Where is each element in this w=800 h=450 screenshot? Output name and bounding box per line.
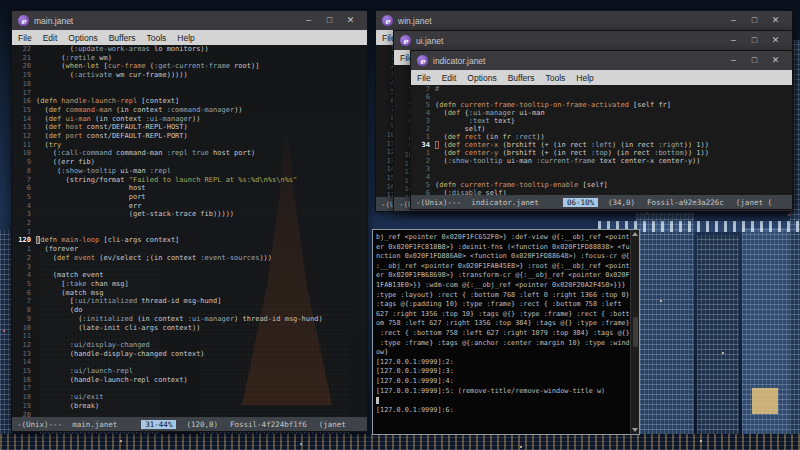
menu-help[interactable]: Help <box>177 33 194 43</box>
code-text: (do <box>36 306 82 315</box>
line-number: 14 <box>12 115 36 124</box>
titlebar[interactable]: e ui.janet – □ ✕ <box>394 31 792 50</box>
console-line: 627 :right 1356 :top 10} :tags @{} :type… <box>376 310 630 320</box>
code-line: 18 :ui/exit <box>12 393 367 402</box>
code-text: (match event <box>36 271 103 280</box>
line-number: 34 <box>411 141 435 149</box>
line-number: 6 <box>411 93 435 101</box>
scrollbar[interactable] <box>630 230 639 434</box>
console-line: :tags @{:padding 10} :type :frame} :rect… <box>376 300 630 310</box>
code-text: (:call-command command-man :repl true ho… <box>36 149 255 158</box>
line-number: 20 <box>12 62 36 71</box>
scrollbar-thumb[interactable] <box>633 317 638 347</box>
line-number: 12 <box>12 132 36 141</box>
code-text: [:ui/initialized thread-id msg-hund] <box>36 297 221 306</box>
menu-edit[interactable]: Edit <box>43 33 58 43</box>
code-text: (defn main-loop [cli-args context] <box>36 236 179 245</box>
line-number: 11 <box>12 141 36 150</box>
code-text: :ui/display-changed <box>36 341 150 350</box>
titlebar[interactable]: e win.janet – □ ✕ <box>376 11 792 30</box>
city-lit-building <box>752 388 778 414</box>
code-text: (late-init cli-args context)) <box>36 324 200 333</box>
modeline-major-mode: (janet <box>319 420 346 429</box>
console-output[interactable]: bj_ref <pointer 0x020F1FC652F0>} :def-vi… <box>373 230 630 434</box>
modeline-filename: indicator.janet <box>471 198 539 207</box>
code-text: (:update-work-areas lo monitors)) <box>36 45 209 54</box>
line-number: 8 <box>12 306 36 315</box>
menu-buffers[interactable]: Buffers <box>508 73 535 83</box>
code-line: 16(defn handle-launch-repl [context] <box>12 97 367 106</box>
code-line: 3 (get-stack-trace fib))))) <box>12 210 367 219</box>
menu-options[interactable]: Options <box>467 73 496 83</box>
scroll-up-arrow-icon[interactable] <box>632 232 638 236</box>
line-number: 17 <box>12 89 36 98</box>
emacs-icon: e <box>417 55 428 66</box>
menu-edit[interactable]: Edit <box>442 73 457 83</box>
code-line: 20 (when-let [cur-frame (:get-current-fr… <box>12 62 367 71</box>
code-line: 5 port <box>12 193 367 202</box>
code-line: 5 [:take chan msg] <box>12 280 367 289</box>
scroll-down-arrow-icon[interactable] <box>632 428 638 432</box>
code-line: 22 (:update-work-areas lo monitors)) <box>12 45 367 54</box>
console-line: 1FAB13E0>}} :wdm-com @{:__obj_ref <point… <box>376 281 630 291</box>
line-number: 19 <box>12 402 36 411</box>
minimize-button[interactable]: – <box>723 51 744 70</box>
code-line: 3 <box>411 165 792 173</box>
console-line: :rect { :bottom 758 :left 627 :right 107… <box>376 329 630 339</box>
menu-help[interactable]: Help <box>576 73 593 83</box>
console-line: [127.0.0.1:9999]:2: <box>376 358 630 368</box>
desktop: e main.janet – □ ✕ FileEditOptionsBuffer… <box>0 0 800 450</box>
menu-file[interactable]: File <box>417 73 431 83</box>
code-editor[interactable]: 7#65(defn current-frame-tooltip-on-frame… <box>411 85 792 195</box>
maximize-button[interactable]: □ <box>744 51 765 70</box>
menu-options[interactable]: Options <box>68 33 97 43</box>
close-button[interactable]: ✕ <box>340 11 361 30</box>
code-line: 1 (def rect (in fr :rect)) <box>411 133 792 141</box>
code-text: (try <box>36 141 61 150</box>
code-text: [:take chan msg] <box>36 280 129 289</box>
code-text: (def command-man (in context :command-ma… <box>36 106 243 115</box>
console-line: nction 0x020F1FD886A0> <function 0x020F1… <box>376 252 630 262</box>
menu-file[interactable]: File <box>18 33 32 43</box>
code-text: (:disable self) <box>435 189 507 195</box>
code-line: 6 (match msg <box>12 289 367 298</box>
menu-tools[interactable]: Tools <box>545 73 565 83</box>
window-indicator-janet: e indicator.janet – □ ✕ FileEditOptionsB… <box>410 50 793 210</box>
minimize-button[interactable]: – <box>298 11 319 30</box>
minimize-button[interactable]: – <box>723 11 744 30</box>
titlebar[interactable]: e indicator.janet – □ ✕ <box>411 51 792 70</box>
menu-tools[interactable]: Tools <box>146 33 166 43</box>
code-line: 1 <box>12 228 367 237</box>
code-line: 34 (def center-x (brshift (+ (in rect :l… <box>411 141 792 149</box>
code-line: 9 ((err fib) <box>12 158 367 167</box>
maximize-button[interactable]: □ <box>744 11 765 30</box>
modeline-scroll-percent: 06-10% <box>563 198 598 207</box>
code-editor[interactable]: 22 (:update-work-areas lo monitors))21 (… <box>12 45 367 417</box>
console-line: om 758 :left 627 :right 1356 :top 384} :… <box>376 319 630 329</box>
modeline: -(Unix)--- main.janet 31-44% (120,8) Fos… <box>12 417 367 431</box>
console-line: [127.0.0.1:9999]:5: (remove-title/remove… <box>376 387 630 397</box>
code-line: 4 (match event <box>12 271 367 280</box>
maximize-button[interactable]: □ <box>319 11 340 30</box>
line-number: 5 <box>411 181 435 189</box>
titlebar[interactable]: e main.janet – □ ✕ <box>12 11 367 30</box>
window-main-janet: e main.janet – □ ✕ FileEditOptionsBuffer… <box>11 10 368 432</box>
line-number: 9 <box>12 315 36 324</box>
window-title: win.janet <box>398 16 718 26</box>
maximize-button[interactable]: □ <box>744 31 765 50</box>
minimize-button[interactable]: – <box>723 31 744 50</box>
menu-buffers[interactable]: Buffers <box>109 33 136 43</box>
console-line: [127.0.0.1:9999]:3: <box>376 367 630 377</box>
line-number: 1 <box>411 133 435 141</box>
close-button[interactable]: ✕ <box>765 51 786 70</box>
code-text: host <box>36 184 146 193</box>
code-line: 2 (:show-tooltip ui-man :current-frame t… <box>411 157 792 165</box>
code-text: (:show-tooltip ui-man :repl <box>36 167 171 176</box>
line-number: 12 <box>12 341 36 350</box>
city-skyline-row <box>0 434 800 450</box>
close-button[interactable]: ✕ <box>765 11 786 30</box>
console-line: bj_ref <pointer 0x020F1FC652F0>} :def-vi… <box>376 233 630 243</box>
line-number: 3 <box>411 117 435 125</box>
close-button[interactable]: ✕ <box>765 31 786 50</box>
code-text: (get-stack-trace fib))))) <box>36 210 234 219</box>
